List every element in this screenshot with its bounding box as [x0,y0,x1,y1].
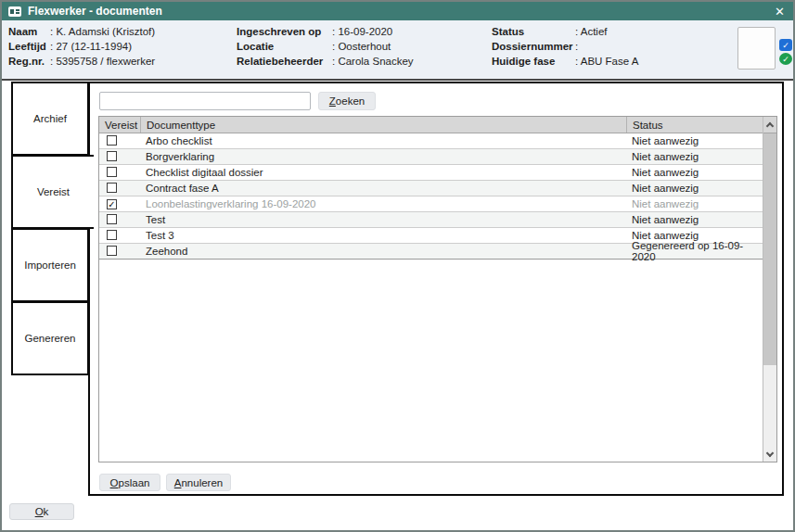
table-rows: Arbo checklistNiet aanwezigBorgverklarin… [99,133,763,462]
documenttype-cell: Arbo checklist [140,133,626,148]
table-header: Vereist Documenttype Status [99,117,776,133]
row-checkbox[interactable] [107,246,117,256]
green-check-icon: ✓ [779,53,792,65]
documenttype-cell: Zeehond [140,244,626,259]
search-input[interactable] [99,92,311,110]
column-header-documenttype: Documenttype [140,117,626,133]
status-cell: Niet aanwezig [626,149,763,164]
close-icon[interactable]: ✕ [773,6,787,18]
blue-check-icon: ✓ [779,39,792,51]
row-checkbox[interactable]: ✓ [107,199,117,209]
tab-vereist[interactable]: Vereist [11,155,94,229]
titlebar: Flexwerker - documenten ✕ [2,2,793,20]
row-checkbox[interactable] [107,151,117,161]
tab-genereren[interactable]: Genereren [11,301,89,375]
status-cell: Gegenereerd op 16-09-2020 [626,244,763,259]
ok-button[interactable]: Ok [9,503,74,520]
tab-archief[interactable]: Archief [11,82,89,156]
table-row[interactable]: Checklist digitaal dossierNiet aanwezig [99,165,763,181]
vereist-panel: Zoeken Vereist Documenttype Status Arbo … [88,82,784,496]
table-row[interactable]: ZeehondGegenereerd op 16-09-2020 [99,244,763,260]
table-row[interactable]: Arbo checklistNiet aanwezig [99,133,763,149]
scroll-down-button[interactable] [763,448,776,462]
row-checkbox[interactable] [107,214,117,224]
table-row[interactable]: ✓Loonbelastingverklaring 16-09-2020Niet … [99,196,763,212]
row-checkbox[interactable] [107,183,117,193]
column-header-vereist: Vereist [99,117,140,133]
documenttype-cell: Loonbelastingverklaring 16-09-2020 [140,196,626,211]
documenttype-cell: Test 3 [140,228,626,243]
window-title: Flexwerker - documenten [28,5,162,18]
contact-card-icon [8,6,21,17]
table-row[interactable]: BorgverklaringNiet aanwezig [99,149,763,165]
column-header-status: Status [626,117,776,133]
documenttype-cell: Borgverklaring [140,149,626,164]
documenttype-cell: Test [140,212,626,227]
scrollbar-thumb[interactable] [763,133,776,365]
photo-placeholder [737,27,776,70]
flexwerker-documenten-dialog: Flexwerker - documenten ✕ Naam: K. Adams… [0,0,795,532]
row-checkbox[interactable] [107,167,117,177]
zoeken-button[interactable]: Zoeken [318,92,376,110]
person-info-header: Naam: K. Adamski (Krisztof) Leeftijd: 27… [2,20,793,81]
status-cell: Niet aanwezig [626,165,763,180]
table-row[interactable]: Contract fase ANiet aanwezig [99,181,763,196]
vertical-scrollbar[interactable] [763,117,776,462]
status-cell: Niet aanwezig [626,196,763,211]
chevron-down-icon [766,450,774,457]
status-cell: Niet aanwezig [626,133,763,148]
scroll-up-button[interactable] [763,117,776,133]
status-cell: Niet aanwezig [626,181,763,196]
annuleren-button[interactable]: Annuleren [166,474,231,491]
tab-importeren[interactable]: Importeren [11,228,89,302]
chevron-up-icon [766,122,774,130]
row-checkbox[interactable] [107,135,117,146]
table-row[interactable]: TestNiet aanwezig [99,212,763,228]
documenttype-cell: Contract fase A [140,181,626,196]
documents-table: Vereist Documenttype Status Arbo checkli… [98,116,777,462]
row-checkbox[interactable] [107,230,117,240]
documenttype-cell: Checklist digitaal dossier [140,165,626,180]
status-cell: Niet aanwezig [626,212,763,227]
opslaan-button[interactable]: Opslaan [99,474,160,491]
